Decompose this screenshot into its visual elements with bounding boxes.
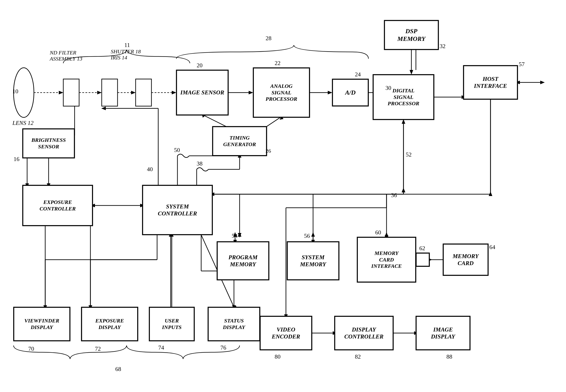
user-inputs-block: USERINPUTS bbox=[149, 307, 194, 341]
diagram: LENS 12 ND FILTERASSEMBLY 13 SHUTTER 18I… bbox=[0, 0, 566, 392]
svg-marker-57 bbox=[101, 107, 106, 110]
svg-marker-112 bbox=[238, 232, 241, 237]
ref-80: 80 bbox=[275, 353, 281, 360]
ref-32: 32 bbox=[440, 43, 446, 50]
svg-marker-61 bbox=[402, 188, 405, 192]
ad-block: A/D bbox=[332, 79, 369, 106]
memory-card-interface-block: MEMORYCARDINTERFACE bbox=[357, 237, 416, 282]
ref-74: 74 bbox=[158, 344, 164, 351]
ref-60: 60 bbox=[375, 229, 381, 236]
brightness-sensor-block: BRIGHTNESSSENSOR bbox=[23, 129, 74, 158]
svg-marker-128 bbox=[402, 188, 405, 192]
ref-57: 57 bbox=[519, 61, 525, 68]
memory-card-block: MEMORYCARD bbox=[443, 244, 488, 276]
svg-marker-33 bbox=[540, 81, 545, 84]
svg-rect-6 bbox=[102, 79, 118, 106]
ref-70: 70 bbox=[28, 346, 34, 352]
svg-marker-17 bbox=[328, 91, 332, 94]
status-display-block: STATUSDISPLAY bbox=[208, 307, 260, 341]
svg-marker-14 bbox=[249, 91, 253, 94]
shutter-label: SHUTTER 18IRIS 14 bbox=[111, 49, 141, 61]
svg-marker-5 bbox=[97, 91, 102, 94]
display-controller-block: DISPLAYCONTROLLER bbox=[335, 316, 393, 350]
memory-card-connector bbox=[416, 253, 430, 266]
dsp-memory-block: DSPMEMORY bbox=[384, 20, 438, 50]
svg-marker-8 bbox=[131, 91, 136, 94]
ref-54: 54 bbox=[232, 233, 238, 239]
viewfinder-display-block: VIEWFINDERDISPLAY bbox=[14, 307, 70, 341]
ref-26: 26 bbox=[266, 148, 271, 154]
exposure-display-block: EXPOSUREDISPLAY bbox=[81, 307, 138, 341]
system-memory-block: SYSTEMMEMORY bbox=[287, 242, 339, 280]
ref-10: 10 bbox=[13, 88, 18, 95]
ref-68: 68 bbox=[115, 366, 121, 373]
ref-24: 24 bbox=[355, 71, 361, 78]
video-encoder-block: VIDEOENCODER bbox=[260, 316, 312, 350]
svg-marker-109 bbox=[489, 192, 492, 196]
dsp-block: DIGITALSIGNALPROCESSOR bbox=[373, 74, 434, 120]
svg-marker-73 bbox=[385, 232, 388, 237]
svg-line-38 bbox=[267, 117, 280, 126]
ref-22: 22 bbox=[275, 60, 281, 67]
ref-40: 40 bbox=[147, 166, 153, 173]
ref-38: 38 bbox=[197, 160, 203, 167]
image-display-block: IMAGEDISPLAY bbox=[416, 316, 470, 350]
nd-filter-label: ND FILTERASSEMBLY 13 bbox=[50, 50, 82, 62]
program-memory-block: PROGRAMMEMORY bbox=[217, 242, 269, 280]
ref-64: 64 bbox=[489, 244, 495, 251]
ref-82: 82 bbox=[355, 353, 361, 360]
ref-76: 76 bbox=[220, 344, 226, 351]
analog-signal-processor-block: ANALOGSIGNALPROCESSOR bbox=[253, 68, 310, 117]
host-interface-block: HOSTINTERFACE bbox=[463, 66, 518, 99]
ref-20: 20 bbox=[197, 62, 203, 69]
timing-generator-block: TIMINGGENERATOR bbox=[212, 126, 267, 156]
ref-50: 50 bbox=[174, 147, 180, 154]
ref-28: 28 bbox=[266, 35, 271, 42]
image-sensor-block: IMAGE SENSOR bbox=[176, 70, 228, 115]
svg-marker-111 bbox=[238, 233, 241, 238]
svg-marker-21 bbox=[410, 70, 413, 74]
svg-marker-69 bbox=[311, 232, 315, 237]
ref-11: 11 bbox=[124, 42, 130, 49]
svg-marker-129 bbox=[402, 119, 405, 124]
svg-rect-9 bbox=[136, 79, 151, 106]
svg-rect-3 bbox=[63, 79, 79, 106]
ref-36: 36 bbox=[391, 192, 397, 199]
svg-line-36 bbox=[203, 115, 226, 126]
ref-56: 56 bbox=[304, 233, 310, 239]
lens-label: LENS 12 bbox=[13, 120, 33, 126]
svg-marker-2 bbox=[59, 91, 63, 94]
system-controller-block: SYSTEMCONTROLLER bbox=[142, 185, 212, 235]
ref-72: 72 bbox=[95, 346, 101, 352]
svg-marker-11 bbox=[172, 91, 176, 94]
ref-52: 52 bbox=[406, 151, 412, 158]
ref-16: 16 bbox=[14, 156, 19, 163]
ref-62: 62 bbox=[419, 245, 425, 252]
ref-88: 88 bbox=[447, 353, 452, 360]
exposure-controller-block: EXPOSURECONTROLLER bbox=[23, 185, 93, 226]
ref-30: 30 bbox=[385, 85, 391, 91]
